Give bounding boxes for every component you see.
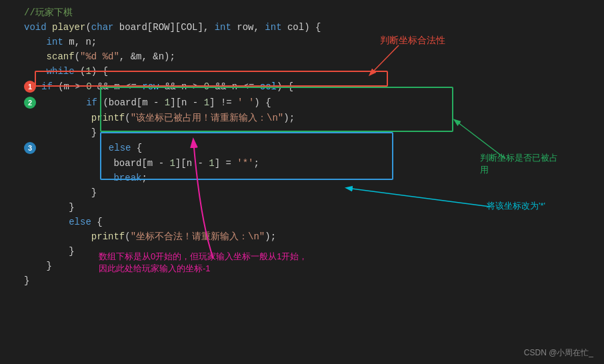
circle-3: 3 bbox=[24, 142, 36, 154]
code-text: } bbox=[24, 244, 599, 259]
line-else: 3 else { bbox=[0, 140, 604, 156]
line-assign: board[m - 1][n - 1] = '*'; bbox=[0, 156, 604, 171]
line-if-board: 2 if (board[m - 1][n - 1] != ' ') { bbox=[0, 95, 604, 111]
code-text: else { bbox=[41, 141, 599, 155]
code-text: else { bbox=[24, 215, 599, 229]
code-text: printf("该坐标已被占用！请重新输入：\n"); bbox=[24, 111, 599, 125]
line-comment: //玩家下棋 bbox=[0, 5, 604, 20]
code-text: if (board[m - 1][n - 1] != ' ') { bbox=[41, 95, 599, 110]
code-text: while (1) { bbox=[24, 64, 599, 79]
line-while: while (1) { bbox=[0, 64, 604, 79]
code-text: //玩家下棋 bbox=[24, 5, 599, 20]
code-text: void player(char board[ROW][COL], int ro… bbox=[24, 20, 599, 35]
code-text: } bbox=[24, 259, 599, 273]
circle-1: 1 bbox=[24, 81, 36, 93]
line-brace2: } bbox=[0, 185, 604, 200]
line-scanf: scanf("%d %d", &m, &n); bbox=[0, 49, 604, 64]
line-decl: int m, n; bbox=[0, 35, 604, 49]
line-printf2: printf("坐标不合法！请重新输入：\n"); bbox=[0, 229, 604, 244]
line-break: break; bbox=[0, 171, 604, 185]
line-brace4: } bbox=[0, 244, 604, 259]
line-brace6: } bbox=[0, 273, 604, 288]
circle-2: 2 bbox=[24, 97, 36, 109]
line-printf1: printf("该坐标已被占用！请重新输入：\n"); bbox=[0, 111, 604, 125]
code-text: break; bbox=[24, 171, 599, 185]
code-text: } bbox=[24, 200, 599, 215]
code-text: scanf("%d %d", &m, &n); bbox=[24, 49, 599, 64]
line-brace3: } bbox=[0, 200, 604, 215]
code-text: } bbox=[24, 185, 599, 200]
csdn-footer: CSDN @小周在忙_ bbox=[524, 347, 593, 359]
code-text: if (m > 0 && m <= row && n > 0 && n <= c… bbox=[41, 79, 599, 94]
line-brace1: } bbox=[0, 125, 604, 140]
code-text: printf("坐标不合法！请重新输入：\n"); bbox=[24, 229, 599, 244]
line-if-cond: 1 if (m > 0 && m <= row && n > 0 && n <=… bbox=[0, 79, 604, 95]
code-text: board[m - 1][n - 1] = '*'; bbox=[24, 156, 599, 171]
line-brace5: } bbox=[0, 259, 604, 273]
code-text: int m, n; bbox=[24, 35, 599, 49]
line-func-sig: void player(char board[ROW][COL], int ro… bbox=[0, 20, 604, 35]
code-text: } bbox=[24, 273, 599, 288]
code-text: } bbox=[24, 125, 599, 140]
line-else2: else { bbox=[0, 215, 604, 229]
